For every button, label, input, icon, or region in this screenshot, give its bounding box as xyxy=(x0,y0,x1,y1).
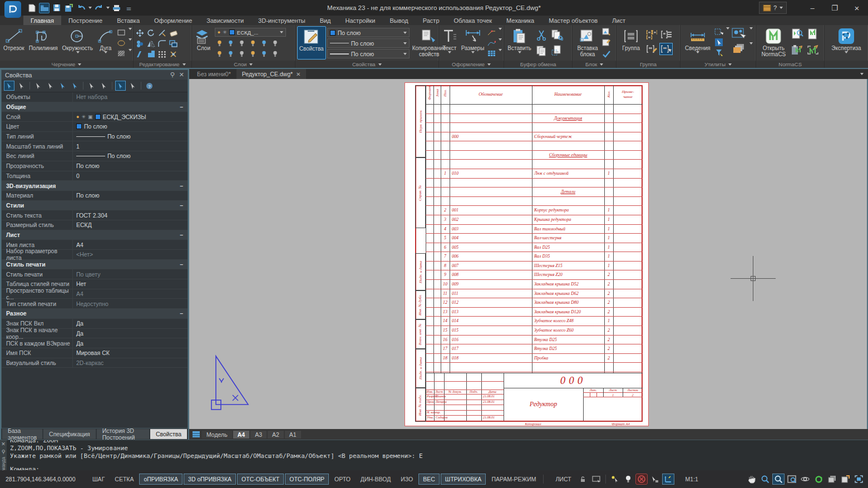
fillet-icon[interactable] xyxy=(157,39,167,48)
status-toggle-ИЗО[interactable]: ИЗО xyxy=(396,474,417,485)
layouts-icon[interactable] xyxy=(191,430,201,439)
info-dropdown-icon[interactable] xyxy=(696,51,699,53)
document-tab[interactable]: Редуктор_CE.dwg*✕ xyxy=(236,69,307,79)
erase-icon[interactable] xyxy=(169,28,178,37)
panel-tab-История 3D Построений[interactable]: История 3D Построений xyxy=(97,429,149,439)
open-normacs-button[interactable]: Открыть NormaCS xyxy=(758,26,789,60)
group-label-normacs[interactable]: NormaCS xyxy=(756,61,824,68)
collapse-icon[interactable]: – xyxy=(180,183,183,189)
properties-button[interactable]: Свойства xyxy=(297,26,326,60)
property-value[interactable]: По слою xyxy=(73,133,188,140)
ribbon-tab-Вставка[interactable]: Вставка xyxy=(110,16,147,25)
minimize-button[interactable]: – xyxy=(801,0,823,16)
property-value[interactable]: 0 xyxy=(73,172,188,179)
fullscreen-icon[interactable] xyxy=(852,474,865,485)
property-value[interactable]: <Нет> xyxy=(73,251,188,258)
scale-icon[interactable] xyxy=(135,50,145,58)
edit-block-icon[interactable] xyxy=(602,38,611,47)
rectangle-dropdown-icon[interactable] xyxy=(129,28,132,30)
property-value[interactable]: ●✳▣ЕСКД_ЭСКИЗЫ xyxy=(73,114,188,120)
collapse-icon[interactable]: – xyxy=(180,231,183,238)
draworder-icon[interactable] xyxy=(731,42,747,56)
scale-indicator[interactable]: М1:1 xyxy=(681,474,703,485)
status-toggle-оПРИВЯЗКА[interactable]: оПРИВЯЗКА xyxy=(139,474,183,485)
zoom-window-icon[interactable] xyxy=(772,474,785,485)
layers-button[interactable]: Слои xyxy=(194,26,214,60)
spline-leader-icon[interactable] xyxy=(487,38,496,47)
property-value[interactable]: По слою xyxy=(73,162,188,169)
layout-tab-Модель[interactable]: Модель xyxy=(202,431,232,438)
redo-dropdown-icon[interactable] xyxy=(106,7,110,9)
apply-select-icon[interactable] xyxy=(98,81,109,91)
copy-icon[interactable] xyxy=(135,39,145,48)
layer-onoff-icon[interactable] xyxy=(215,38,224,47)
cursor-select-icon[interactable] xyxy=(115,81,126,91)
layer-walk-icon[interactable] xyxy=(215,49,224,58)
property-group-Общие[interactable]: Общие– xyxy=(2,102,188,112)
line-button[interactable]: Отрезок xyxy=(2,26,26,60)
group-button[interactable]: Группа xyxy=(618,26,644,60)
layout-tab-A3[interactable]: A3 xyxy=(250,431,267,438)
lineweight-select[interactable]: По слою xyxy=(327,49,410,58)
arc-dropdown-icon[interactable] xyxy=(104,51,107,53)
property-value[interactable]: Нет xyxy=(73,280,188,287)
polyline-button[interactable]: Полилиния xyxy=(27,26,60,60)
layer-cur-icon[interactable] xyxy=(259,38,269,47)
group-select-icon[interactable] xyxy=(659,43,673,55)
property-value[interactable]: 1 xyxy=(73,143,188,150)
invert-select-icon[interactable] xyxy=(57,81,68,91)
text-button[interactable]: Текст xyxy=(441,26,458,60)
trim-icon[interactable] xyxy=(157,28,167,37)
ribbon-tab-Вид[interactable]: Вид xyxy=(313,16,338,25)
group-label-edit[interactable]: Редактирование xyxy=(134,61,191,68)
qselect-icon[interactable] xyxy=(714,48,724,57)
layout-tab-A1[interactable]: A1 xyxy=(285,431,301,438)
filter-icon[interactable] xyxy=(70,81,80,91)
subselect-icon[interactable] xyxy=(86,81,97,91)
normacs-import-icon[interactable] xyxy=(806,43,820,58)
property-value[interactable]: По цвету xyxy=(73,271,188,278)
add-to-set-icon[interactable] xyxy=(4,81,14,91)
panel-close-icon[interactable]: ✕ xyxy=(179,71,184,78)
zoom-icon[interactable] xyxy=(759,474,771,485)
normacs-doc-icon[interactable] xyxy=(806,27,820,42)
undo-dropdown-icon[interactable] xyxy=(88,7,92,9)
property-value[interactable]: Да xyxy=(73,340,188,347)
offset-icon[interactable] xyxy=(169,39,178,48)
group-label-clipboard[interactable]: Буфер обмена xyxy=(504,61,572,68)
panel-tab-База элементов[interactable]: База элементов xyxy=(2,429,42,439)
status-toggle-ШТРИХОВКА[interactable]: ШТРИХОВКА xyxy=(441,474,486,485)
property-group-Стиль печати[interactable]: Стиль печати– xyxy=(2,260,188,270)
group-label-props[interactable]: Свойства xyxy=(295,61,438,68)
show-all-icon[interactable] xyxy=(786,474,798,485)
property-value[interactable]: ГОСТ 2.304 xyxy=(73,212,188,219)
ribbon-tab-Облака точек[interactable]: Облака точек xyxy=(447,16,500,25)
panel-tab-Спецификация[interactable]: Спецификация xyxy=(43,429,96,439)
normacs-clip-icon[interactable] xyxy=(790,43,805,58)
paste-special-icon[interactable] xyxy=(550,44,564,57)
layout-tab-A4[interactable]: A4 xyxy=(233,431,249,438)
clear-selection-icon[interactable] xyxy=(127,81,138,91)
layer-prev-icon[interactable] xyxy=(248,49,258,58)
leader-icon[interactable] xyxy=(487,28,496,37)
open-file-icon[interactable] xyxy=(39,3,50,13)
copy-doc-icon[interactable] xyxy=(534,44,549,57)
group-label-utils[interactable]: Утилиты xyxy=(680,61,756,68)
undo-icon[interactable] xyxy=(76,3,86,13)
select-similar-icon[interactable] xyxy=(731,27,747,41)
ribbon-tab-Мастер объектов[interactable]: Мастер объектов xyxy=(541,16,605,25)
table-icon[interactable] xyxy=(487,49,496,58)
annot-bulb-icon[interactable] xyxy=(622,474,634,485)
panel-tab-Свойства[interactable]: Свойства xyxy=(150,429,187,439)
create-block-icon[interactable] xyxy=(602,27,611,36)
property-value[interactable]: A4 xyxy=(73,290,188,297)
info-button[interactable]: Сведения xyxy=(682,26,713,60)
annot-off-icon[interactable] xyxy=(635,474,648,485)
lasso-select-icon[interactable] xyxy=(45,81,56,91)
property-group-Разное[interactable]: Разное– xyxy=(2,309,188,319)
property-value[interactable]: Недоступно xyxy=(73,300,188,307)
ribbon-tab-Механика[interactable]: Механика xyxy=(499,16,541,25)
select-similar-dropdown-icon[interactable] xyxy=(749,27,753,29)
circle-button[interactable]: Окружность xyxy=(61,26,95,60)
table-dropdown-icon[interactable] xyxy=(499,49,502,51)
